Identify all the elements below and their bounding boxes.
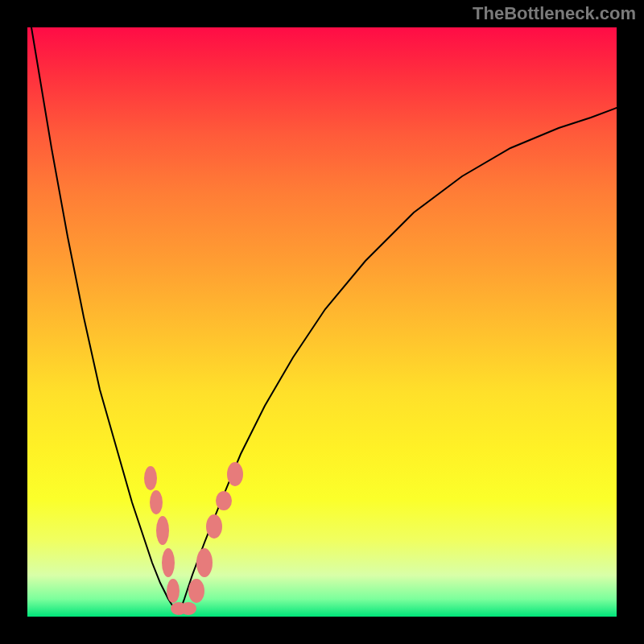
chart-svg bbox=[27, 27, 617, 617]
data-marker bbox=[150, 490, 163, 514]
data-marker bbox=[144, 466, 157, 490]
chart-frame: TheBottleneck.com bbox=[0, 0, 644, 644]
data-marker bbox=[167, 579, 180, 603]
data-marker bbox=[162, 548, 175, 577]
data-marker bbox=[206, 514, 222, 539]
data-marker bbox=[227, 462, 243, 486]
data-marker bbox=[196, 548, 213, 577]
data-marker bbox=[216, 491, 232, 510]
watermark-text: TheBottleneck.com bbox=[473, 3, 636, 24]
plot-gradient-background bbox=[27, 27, 617, 617]
bottleneck-curve-left bbox=[27, 27, 179, 614]
bottleneck-curve-right bbox=[179, 108, 617, 614]
data-marker bbox=[156, 516, 169, 545]
data-marker bbox=[180, 602, 196, 615]
data-marker bbox=[188, 579, 204, 603]
